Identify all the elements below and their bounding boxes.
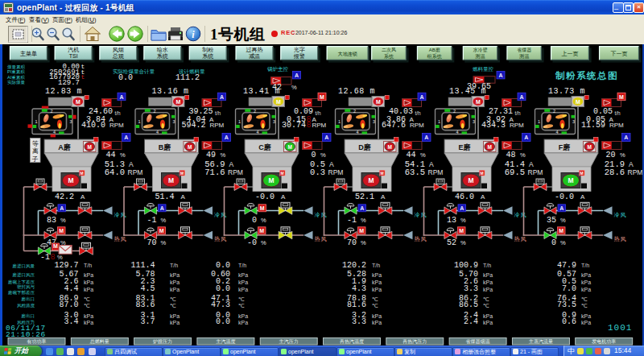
svg-text:129.7: 129.7 bbox=[54, 261, 78, 270]
svg-text:PI重累积: PI重累积 bbox=[7, 69, 25, 74]
svg-text:M: M bbox=[260, 205, 265, 211]
svg-text:主蒸汽流量: 主蒸汽流量 bbox=[529, 338, 553, 345]
svg-text:T/h: T/h bbox=[84, 263, 92, 268]
svg-text:kPa: kPa bbox=[483, 279, 493, 285]
svg-text:冷风: 冷风 bbox=[114, 212, 127, 218]
svg-text:省煤器烟温: 省煤器烟温 bbox=[466, 338, 490, 345]
svg-text:M: M bbox=[276, 99, 281, 105]
svg-text:RPM: RPM bbox=[410, 122, 424, 129]
svg-text:kPa: kPa bbox=[483, 272, 493, 278]
svg-text:M: M bbox=[587, 144, 591, 150]
svg-text:100.9: 100.9 bbox=[454, 261, 478, 270]
svg-text:70: 70 bbox=[147, 238, 156, 247]
svg-text:热风: 热风 bbox=[114, 236, 127, 242]
svg-text:℃: ℃ bbox=[84, 303, 90, 308]
svg-text:44: 44 bbox=[406, 151, 415, 159]
svg-text:1: 1 bbox=[438, 119, 440, 124]
svg-text:℃: ℃ bbox=[483, 303, 489, 308]
svg-text:%: % bbox=[60, 217, 66, 224]
svg-text:42: 42 bbox=[272, 83, 282, 92]
svg-text:%: % bbox=[361, 217, 366, 224]
svg-text:3.3: 3.3 bbox=[352, 317, 366, 326]
svg-text:3: 3 bbox=[70, 119, 72, 124]
svg-text:冷风: 冷风 bbox=[514, 212, 527, 218]
svg-text:主汽温度: 主汽温度 bbox=[216, 338, 235, 345]
svg-text:A: A bbox=[624, 135, 628, 140]
svg-text:kPa: kPa bbox=[372, 272, 382, 278]
svg-text:A: A bbox=[429, 160, 434, 168]
svg-text:3: 3 bbox=[173, 119, 175, 124]
svg-text:1: 1 bbox=[338, 119, 341, 124]
svg-text:M: M bbox=[180, 171, 184, 176]
svg-text:上一页: 上一页 bbox=[562, 51, 579, 57]
svg-text:发电机功率: 发电机功率 bbox=[592, 338, 616, 344]
svg-text:A: A bbox=[181, 193, 186, 201]
svg-text:%: % bbox=[120, 151, 126, 159]
svg-text:测温: 测温 bbox=[475, 53, 485, 59]
svg-text:主菜单: 主菜单 bbox=[20, 50, 37, 56]
svg-text:C磨: C磨 bbox=[258, 143, 271, 151]
svg-text:过再热: 过再热 bbox=[246, 47, 263, 52]
svg-text:A: A bbox=[529, 160, 534, 168]
svg-text:A磨: A磨 bbox=[58, 143, 71, 151]
svg-text:13.73 m: 13.73 m bbox=[548, 87, 585, 96]
svg-text:t/h: t/h bbox=[115, 110, 122, 116]
svg-text:热风: 热风 bbox=[614, 236, 627, 242]
svg-text:冷风: 冷风 bbox=[315, 212, 328, 218]
svg-text:℃: ℃ bbox=[483, 296, 489, 302]
svg-text:1: 1 bbox=[35, 119, 38, 124]
svg-text:kPa: kPa bbox=[372, 320, 382, 325]
svg-text:111.2: 111.2 bbox=[175, 73, 200, 82]
svg-text:系统: 系统 bbox=[157, 53, 168, 60]
svg-text:1: 1 bbox=[538, 119, 540, 124]
svg-text:kPa: kPa bbox=[581, 313, 591, 319]
svg-text:M: M bbox=[59, 228, 64, 234]
svg-text:64.0: 64.0 bbox=[105, 168, 125, 177]
svg-text:M: M bbox=[459, 228, 464, 234]
svg-text:A: A bbox=[419, 94, 423, 100]
svg-text:kPa: kPa bbox=[84, 287, 93, 292]
svg-text:磨出口: 磨出口 bbox=[22, 296, 35, 302]
svg-text:风粉温度: 风粉温度 bbox=[17, 303, 35, 308]
svg-text:-1: -1 bbox=[40, 253, 50, 262]
svg-text:M: M bbox=[487, 144, 491, 150]
svg-text:kPa: kPa bbox=[84, 272, 93, 278]
svg-text:磨进口风量: 磨进口风量 bbox=[13, 263, 35, 269]
svg-text:44: 44 bbox=[105, 151, 115, 159]
svg-text:-1: -1 bbox=[347, 216, 357, 225]
svg-text:kPa: kPa bbox=[581, 272, 591, 278]
svg-text:1: 1 bbox=[238, 119, 241, 124]
svg-text:热风: 热风 bbox=[315, 236, 328, 242]
svg-text:4.5: 4.5 bbox=[140, 284, 155, 293]
svg-text:4: 4 bbox=[357, 130, 359, 135]
svg-text:M: M bbox=[259, 228, 264, 234]
svg-text:kPa: kPa bbox=[238, 272, 248, 278]
svg-text:594.2: 594.2 bbox=[181, 121, 205, 130]
svg-text:报警: 报警 bbox=[293, 53, 305, 60]
svg-text:1: 1 bbox=[138, 119, 141, 124]
svg-text:M: M bbox=[376, 99, 381, 105]
svg-text:434.3: 434.3 bbox=[481, 121, 506, 130]
svg-text:RPM: RPM bbox=[128, 168, 143, 176]
svg-text:4: 4 bbox=[556, 130, 559, 135]
svg-text:0.3: 0.3 bbox=[310, 168, 325, 177]
svg-text:M: M bbox=[481, 171, 484, 176]
svg-text:kPa: kPa bbox=[238, 279, 248, 285]
svg-text:A: A bbox=[80, 193, 85, 201]
svg-text:410.0: 410.0 bbox=[81, 121, 105, 130]
svg-text:%: % bbox=[560, 217, 566, 224]
svg-text:A: A bbox=[225, 135, 229, 140]
svg-text:热风: 热风 bbox=[214, 236, 227, 242]
svg-text:0: 0 bbox=[551, 238, 556, 247]
svg-text:2: 2 bbox=[453, 109, 456, 114]
svg-text:48: 48 bbox=[506, 151, 515, 159]
svg-text:℃: ℃ bbox=[238, 303, 245, 308]
svg-text:kPa: kPa bbox=[372, 279, 382, 285]
svg-text:RPM: RPM bbox=[312, 122, 327, 129]
svg-text:A: A bbox=[360, 205, 364, 211]
svg-text:M: M bbox=[619, 94, 624, 100]
svg-text:kPa: kPa bbox=[581, 287, 591, 292]
svg-text:锅炉主控: 锅炉主控 bbox=[266, 66, 289, 72]
svg-text:3: 3 bbox=[273, 119, 275, 124]
svg-text:kPa: kPa bbox=[170, 279, 180, 285]
